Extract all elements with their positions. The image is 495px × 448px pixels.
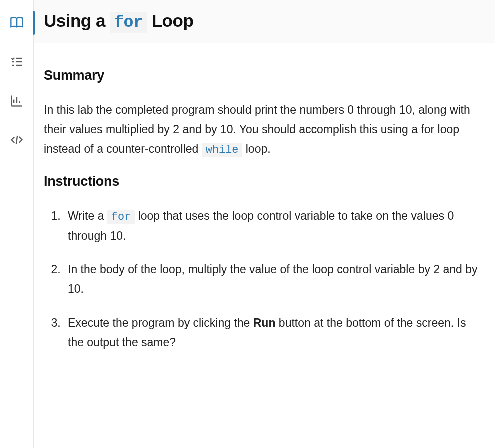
page-header: Using a for Loop — [34, 0, 495, 44]
instructions-list: Write a for loop that uses the loop cont… — [44, 206, 481, 352]
instruction-step-3: Execute the program by clicking the Run … — [64, 314, 481, 352]
step2-text: In the body of the loop, multiply the va… — [68, 263, 478, 296]
svg-line-10 — [16, 136, 17, 144]
title-post: Loop — [148, 11, 194, 30]
checklist-icon — [10, 55, 24, 69]
sidebar-item-book[interactable] — [8, 14, 26, 32]
content-body: Summary In this lab the completed progra… — [34, 44, 495, 382]
summary-post: loop. — [242, 142, 270, 156]
instructions-heading: Instructions — [44, 170, 481, 194]
sidebar-item-chart[interactable] — [8, 92, 26, 110]
book-icon — [10, 16, 24, 30]
sidebar-item-checklist[interactable] — [8, 53, 26, 71]
sidebar-nav — [0, 0, 34, 448]
summary-heading: Summary — [44, 64, 481, 88]
instruction-step-2: In the body of the loop, multiply the va… — [64, 260, 481, 299]
sidebar-item-code[interactable] — [8, 131, 26, 149]
code-icon — [10, 133, 24, 147]
app-shell: Using a for Loop Summary In this lab the… — [0, 0, 495, 448]
instruction-step-1: Write a for loop that uses the loop cont… — [64, 206, 481, 246]
summary-paragraph: In this lab the completed program should… — [44, 100, 481, 160]
page-title: Using a for Loop — [44, 11, 485, 32]
chart-icon — [10, 94, 24, 108]
title-code: for — [110, 12, 147, 33]
step1-pre: Write a — [68, 210, 108, 222]
main-panel: Using a for Loop Summary In this lab the… — [34, 0, 495, 448]
step1-code-for: for — [108, 210, 135, 224]
step3-strong-run: Run — [254, 316, 276, 330]
summary-code-while: while — [202, 143, 243, 158]
step3-pre: Execute the program by clicking the — [68, 316, 254, 330]
title-pre: Using a — [44, 11, 110, 30]
